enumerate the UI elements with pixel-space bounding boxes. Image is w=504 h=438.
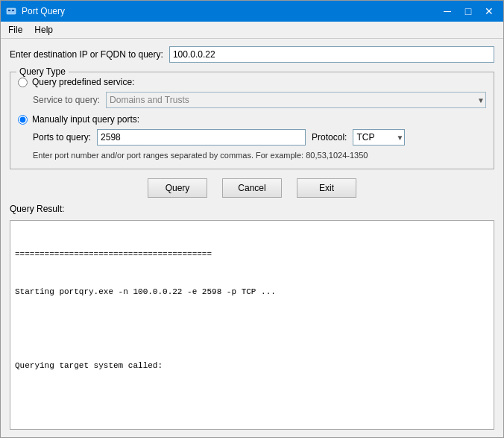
buttons-row: Query Cancel Exit [10, 178, 494, 198]
result-box[interactable]: ========================================… [10, 220, 494, 430]
main-window: Port Query ─ □ ✕ File Help Enter destina… [0, 0, 504, 438]
query-type-group: Query Type Query predefined service: Ser… [10, 72, 494, 169]
ports-label: Ports to query: [33, 132, 91, 143]
exit-button[interactable]: Exit [297, 178, 356, 198]
service-row: Service to query: Domains and Trusts ▼ [33, 92, 486, 108]
manual-radio-label: Manually input query ports: [32, 114, 139, 125]
menu-help[interactable]: Help [30, 23, 57, 37]
result-line-2 [15, 322, 489, 335]
maximize-button[interactable]: □ [459, 4, 478, 19]
ports-row: Ports to query: Protocol: TCP UDP Both ▼ [33, 129, 486, 146]
query-result-label: Query Result: [10, 204, 494, 214]
content-area: Enter destination IP or FQDN to query: Q… [1, 39, 503, 437]
service-select-wrapper: Domains and Trusts ▼ [106, 92, 486, 108]
svg-rect-2 [12, 10, 14, 11]
group-legend: Query Type [16, 66, 69, 77]
destination-input[interactable] [169, 46, 494, 63]
predefined-radio[interactable] [18, 78, 28, 87]
service-label: Service to query: [33, 95, 100, 105]
protocol-select[interactable]: TCP UDP Both [353, 129, 405, 146]
destination-row: Enter destination IP or FQDN to query: [10, 46, 494, 63]
svg-rect-1 [8, 10, 10, 11]
protocol-select-wrapper: TCP UDP Both ▼ [353, 129, 405, 146]
manual-radio[interactable] [18, 115, 28, 125]
result-content: ========================================… [15, 224, 489, 430]
minimize-button[interactable]: ─ [438, 4, 457, 19]
menu-file[interactable]: File [4, 23, 27, 37]
hint-text: Enter port number and/or port ranges sep… [33, 150, 486, 161]
result-line-0: ======================================== [15, 248, 489, 261]
query-button[interactable]: Query [148, 178, 207, 198]
protocol-label: Protocol: [312, 132, 347, 143]
cancel-button[interactable]: Cancel [222, 178, 282, 198]
service-select[interactable]: Domains and Trusts [106, 92, 486, 108]
menu-bar: File Help [1, 22, 503, 39]
result-line-1: Starting portqry.exe -n 100.0.0.22 -e 25… [15, 286, 489, 298]
window-title: Port Query [22, 6, 65, 16]
predefined-radio-label: Query predefined service: [32, 77, 134, 87]
manual-radio-row: Manually input query ports: [18, 114, 486, 125]
svg-rect-0 [7, 8, 16, 14]
app-icon [5, 5, 17, 17]
result-line-3: Querying target system called: [15, 360, 489, 372]
destination-label: Enter destination IP or FQDN to query: [10, 49, 163, 60]
predefined-radio-row: Query predefined service: [18, 77, 486, 87]
result-line-4 [15, 396, 489, 409]
ports-input[interactable] [97, 129, 306, 146]
close-button[interactable]: ✕ [479, 4, 499, 19]
title-bar: Port Query ─ □ ✕ [1, 1, 503, 22]
